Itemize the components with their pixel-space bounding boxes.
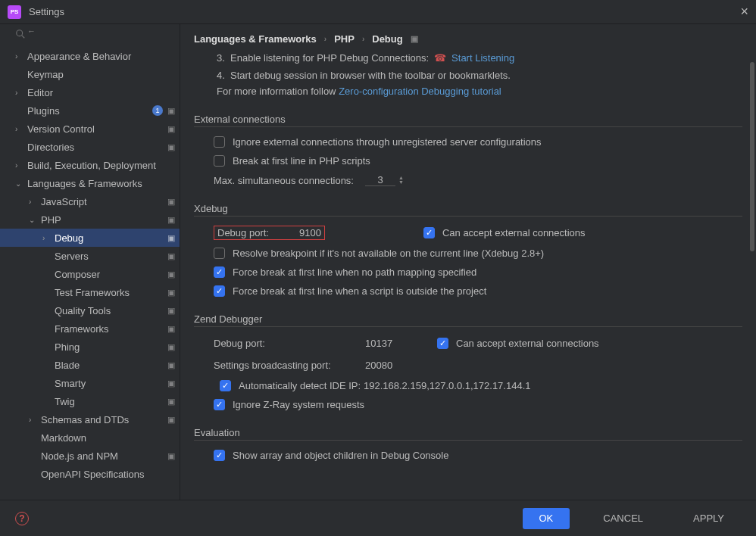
apply-button[interactable]: APPLY	[676, 508, 741, 529]
sidebar-item-languages-frameworks[interactable]: ⌄Languages & Frameworks	[0, 174, 180, 192]
zend-zray-label: Ignore Z-Ray system requests	[233, 399, 364, 410]
project-scope-icon: ▣	[167, 288, 175, 298]
sidebar-item-appearance-behavior[interactable]: ›Appearance & Behavior	[0, 47, 180, 65]
sidebar-item-twig[interactable]: Twig▣	[0, 392, 180, 410]
section-external: External connections	[194, 114, 742, 127]
chevron-right-icon: ›	[324, 35, 326, 43]
zend-broadcast-input[interactable]: 20080	[365, 358, 430, 372]
sidebar-item-label: Smarty	[55, 378, 167, 389]
sidebar-item-node-js-and-npm[interactable]: Node.js and NPM▣	[0, 447, 180, 465]
search-icon[interactable]	[15, 29, 26, 39]
sidebar-item-debug[interactable]: ›Debug▣	[0, 229, 180, 247]
project-scope-icon: ▣	[167, 142, 175, 152]
sidebar-item-label: Servers	[55, 251, 167, 262]
sidebar-item-frameworks[interactable]: Frameworks▣	[0, 319, 180, 338]
chevron-icon: ⌄	[15, 179, 24, 188]
xdebug-force2-checkbox[interactable]	[214, 285, 225, 297]
ignore-external-checkbox[interactable]	[214, 136, 225, 148]
crumb-debug: Debug	[372, 33, 402, 45]
sidebar-item-servers[interactable]: Servers▣	[0, 247, 180, 265]
sidebar-item-blade[interactable]: Blade▣	[0, 356, 180, 374]
project-scope-icon: ▣	[167, 451, 175, 461]
sidebar-item-test-frameworks[interactable]: Test Frameworks▣	[0, 283, 180, 301]
sidebar-item-label: OpenAPI Specifications	[41, 469, 175, 480]
sidebar-item-schemas-and-dtds[interactable]: ›Schemas and DTDs▣	[0, 410, 180, 428]
close-icon[interactable]: ×	[740, 4, 748, 20]
sidebar-item-plugins[interactable]: Plugins1▣	[0, 101, 180, 120]
max-connections-label: Max. simultaneous connections:	[214, 175, 365, 186]
xdebug-accept-checkbox[interactable]	[423, 227, 435, 238]
sidebar-item-openapi-specifications[interactable]: OpenAPI Specifications	[0, 465, 180, 483]
sidebar-item-directories[interactable]: Directories▣	[0, 138, 180, 156]
xdebug-accept-label: Can accept external connections	[442, 227, 586, 238]
sidebar-item-label: Plugins	[27, 105, 152, 117]
breadcrumb: Languages & Frameworks › PHP › Debug ▣	[180, 24, 756, 51]
sidebar-item-version-control[interactable]: ›Version Control▣	[0, 120, 180, 138]
start-listening-link[interactable]: Start Listening	[451, 52, 514, 64]
zend-port-input[interactable]: 10137	[365, 336, 430, 351]
crumb-root[interactable]: Languages & Frameworks	[194, 33, 317, 45]
sidebar-item-label: Node.js and NPM	[41, 450, 167, 462]
sidebar-item-build-execution-deployment[interactable]: ›Build, Execution, Deployment	[0, 156, 180, 174]
break-first-line-checkbox[interactable]	[214, 155, 225, 167]
zend-broadcast-label: Settings broadcasting port:	[214, 360, 365, 371]
sidebar-item-smarty[interactable]: Smarty▣	[0, 374, 180, 392]
xdebug-resolve-checkbox[interactable]	[214, 248, 225, 259]
sidebar-item-markdown[interactable]: Markdown	[0, 428, 180, 447]
sidebar-item-label: Phing	[55, 341, 167, 353]
xdebug-force2-label: Force break at first line when a script …	[233, 285, 486, 297]
chevron-icon: ›	[29, 416, 38, 424]
sidebar-item-quality-tools[interactable]: Quality Tools▣	[0, 301, 180, 319]
cancel-button[interactable]: CANCEL	[586, 508, 660, 529]
xdebug-force1-label: Force break at first line when no path m…	[233, 266, 476, 278]
chevron-icon: ›	[15, 52, 24, 61]
project-scope-icon: ▣	[167, 270, 175, 279]
section-xdebug: Xdebug	[194, 203, 742, 217]
update-badge: 1	[152, 105, 163, 116]
sidebar: ← ›Appearance & BehaviorKeymap›EditorPlu…	[0, 24, 180, 500]
sidebar-item-label: Quality Tools	[55, 305, 167, 316]
sidebar-item-label: Keymap	[27, 69, 175, 80]
help-icon[interactable]: ?	[15, 512, 29, 525]
sidebar-item-keymap[interactable]: Keymap	[0, 65, 180, 83]
sidebar-item-javascript[interactable]: ›JavaScript▣	[0, 192, 180, 210]
ignore-external-label: Ignore external connections through unre…	[233, 136, 542, 148]
project-scope-icon: ▣	[167, 124, 175, 134]
xdebug-port-input[interactable]: 9100	[299, 227, 321, 238]
sidebar-item-editor[interactable]: ›Editor	[0, 83, 180, 101]
project-scope-icon: ▣	[167, 360, 175, 370]
window-title: Settings	[29, 6, 64, 17]
max-connections-input[interactable]: 3	[365, 174, 395, 186]
project-scope-icon: ▣	[411, 34, 418, 44]
zend-ips[interactable]: 192.168.2.159,127.0.0.1,172.17.144.1	[364, 380, 530, 391]
app-icon: PS	[8, 5, 21, 19]
project-scope-icon: ▣	[167, 233, 175, 243]
step-3: 3. Enable listening for PHP Debug Connec…	[217, 51, 742, 65]
sidebar-item-label: Blade	[55, 360, 167, 371]
chevron-icon: ›	[15, 161, 24, 170]
tutorial-link[interactable]: Zero-configuration Debugging tutorial	[339, 86, 501, 97]
zend-accept-checkbox[interactable]	[437, 338, 448, 349]
sidebar-item-php[interactable]: ⌄PHP▣	[0, 210, 180, 229]
crumb-php[interactable]: PHP	[334, 33, 355, 45]
zend-autodetect-checkbox[interactable]	[220, 380, 231, 391]
project-scope-icon: ▣	[167, 106, 175, 116]
search-arrow-icon: ←	[27, 26, 36, 36]
chevron-icon: ›	[15, 89, 24, 97]
settings-panel: 3. Enable listening for PHP Debug Connec…	[180, 51, 756, 500]
scrollbar[interactable]	[750, 32, 754, 492]
project-scope-icon: ▣	[167, 306, 175, 316]
project-scope-icon: ▣	[167, 397, 175, 407]
sidebar-item-composer[interactable]: Composer▣	[0, 265, 180, 283]
project-scope-icon: ▣	[167, 215, 175, 225]
zend-zray-checkbox[interactable]	[214, 399, 225, 410]
eval-show-array-checkbox[interactable]	[214, 450, 225, 461]
zend-autodetect-label: Automatically detect IDE IP:	[239, 380, 364, 391]
sidebar-item-label: Markdown	[41, 432, 175, 444]
spinner-icon[interactable]: ▲▼	[398, 176, 404, 185]
sidebar-item-label: Frameworks	[55, 323, 167, 335]
sidebar-item-phing[interactable]: Phing▣	[0, 338, 180, 356]
svg-line-1	[22, 36, 25, 39]
xdebug-force1-checkbox[interactable]	[214, 266, 225, 278]
ok-button[interactable]: OK	[523, 508, 570, 529]
